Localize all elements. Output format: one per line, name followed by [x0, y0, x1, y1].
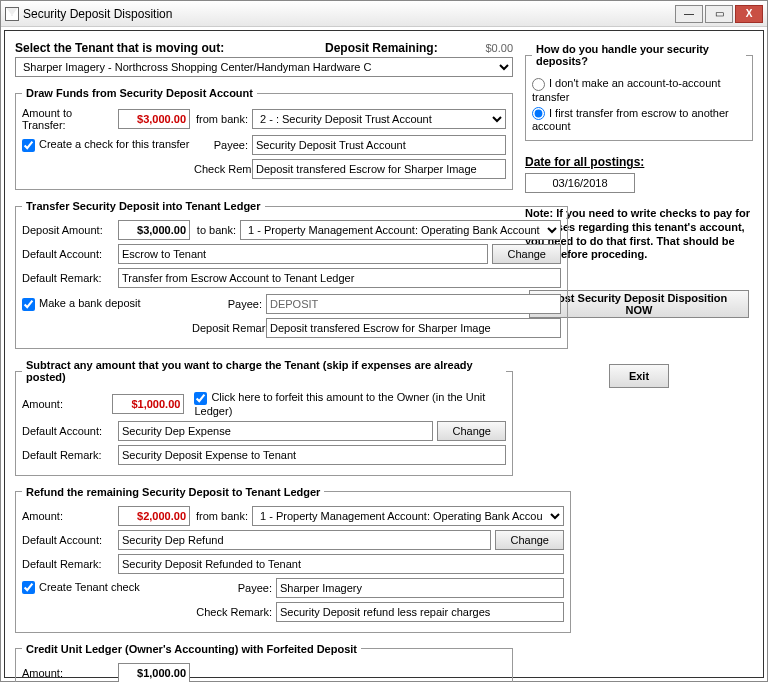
- escrow-transfer-radio[interactable]: [532, 107, 545, 120]
- app-icon: [5, 7, 19, 21]
- subtract-legend: Subtract any amount that you want to cha…: [22, 359, 506, 383]
- exit-button[interactable]: Exit: [609, 364, 669, 388]
- refund-amount-label: Amount:: [22, 510, 114, 522]
- credit-amount-label: Amount:: [22, 667, 114, 679]
- refund-change-button[interactable]: Change: [495, 530, 564, 550]
- payee-label: Payee:: [194, 139, 248, 151]
- check-remark-input[interactable]: [252, 159, 506, 179]
- transfer-payee-input: [266, 294, 561, 314]
- minimize-button[interactable]: —: [675, 5, 703, 23]
- deposit-remaining-label: Deposit Remaining:: [325, 41, 438, 55]
- deposit-amount-label: Deposit Amount:: [22, 224, 114, 236]
- refund-remark-input[interactable]: [118, 554, 564, 574]
- select-tenant-label: Select the Tenant that is moving out:: [15, 41, 325, 55]
- create-check-checkbox-label[interactable]: Create a check for this transfer: [22, 138, 190, 152]
- handle-deposits-group: How do you handle your security deposits…: [525, 43, 753, 141]
- subtract-account-label: Default Account:: [22, 425, 114, 437]
- subtract-change-button[interactable]: Change: [437, 421, 506, 441]
- refund-from-bank-label: from bank:: [194, 510, 248, 522]
- refund-from-bank-select[interactable]: 1 - Property Management Account: Operati…: [252, 506, 564, 526]
- date-postings-input[interactable]: [525, 173, 635, 193]
- refund-account-label: Default Account:: [22, 534, 114, 546]
- no-transfer-radio[interactable]: [532, 78, 545, 91]
- amount-transfer-label: Amount to Transfer:: [22, 107, 114, 131]
- transfer-legend: Transfer Security Deposit into Tenant Le…: [22, 200, 265, 212]
- handle-deposits-legend: How do you handle your security deposits…: [532, 43, 746, 67]
- default-account-label: Default Account:: [22, 248, 114, 260]
- subtract-account-input[interactable]: [118, 421, 433, 441]
- maximize-button[interactable]: ▭: [705, 5, 733, 23]
- default-remark-input[interactable]: [118, 268, 561, 288]
- no-transfer-option[interactable]: I don't make an account-to-account trans…: [532, 77, 720, 103]
- forfeit-checkbox-label[interactable]: Click here to forfeit this amount to the…: [194, 391, 506, 417]
- refund-legend: Refund the remaining Security Deposit to…: [22, 486, 324, 498]
- close-button[interactable]: X: [735, 5, 763, 23]
- from-bank-label: from bank:: [194, 113, 248, 125]
- refund-payee-label: Payee:: [192, 582, 272, 594]
- subtract-group: Subtract any amount that you want to cha…: [15, 359, 513, 476]
- subtract-amount-label: Amount:: [22, 398, 108, 410]
- deposit-amount-input[interactable]: [118, 220, 190, 240]
- deposit-remaining-value: $0.00: [438, 42, 513, 54]
- make-deposit-checkbox-label[interactable]: Make a bank deposit: [22, 297, 188, 311]
- window-title: Security Deposit Disposition: [23, 7, 675, 21]
- tenant-select[interactable]: Sharper Imagery - Northcross Shopping Ce…: [15, 57, 513, 77]
- forfeit-checkbox[interactable]: [194, 392, 207, 405]
- credit-amount-input[interactable]: [118, 663, 190, 682]
- credit-group: Credit Unit Ledger (Owner's Accounting) …: [15, 643, 513, 682]
- make-deposit-checkbox[interactable]: [22, 298, 35, 311]
- transfer-payee-label: Payee:: [192, 298, 262, 310]
- refund-payee-input[interactable]: [276, 578, 564, 598]
- default-remark-label: Default Remark:: [22, 272, 114, 284]
- to-bank-select[interactable]: 1 - Property Management Account: Operati…: [240, 220, 561, 240]
- amount-transfer-input[interactable]: [118, 109, 190, 129]
- create-check-checkbox[interactable]: [22, 139, 35, 152]
- refund-account-input[interactable]: [118, 530, 491, 550]
- titlebar: Security Deposit Disposition — ▭ X: [1, 1, 767, 27]
- left-column: Select the Tenant that is moving out: De…: [15, 41, 513, 682]
- to-bank-label: to bank:: [194, 224, 236, 236]
- refund-amount-input[interactable]: [118, 506, 190, 526]
- credit-legend: Credit Unit Ledger (Owner's Accounting) …: [22, 643, 361, 655]
- draw-funds-group: Draw Funds from Security Deposit Account…: [15, 87, 513, 190]
- payee-input[interactable]: [252, 135, 506, 155]
- transfer-group: Transfer Security Deposit into Tenant Le…: [15, 200, 568, 349]
- check-remark-label: Check Remark:: [194, 163, 248, 175]
- deposit-remark-input[interactable]: [266, 318, 561, 338]
- refund-group: Refund the remaining Security Deposit to…: [15, 486, 571, 633]
- deposit-remark-label: Deposit Remark:: [192, 322, 262, 334]
- draw-funds-legend: Draw Funds from Security Deposit Account: [22, 87, 257, 99]
- content-area: Select the Tenant that is moving out: De…: [4, 30, 764, 678]
- refund-check-remark-input[interactable]: [276, 602, 564, 622]
- escrow-transfer-option[interactable]: I first transfer from escrow to another …: [532, 107, 729, 133]
- create-tenant-check-label[interactable]: Create Tenant check: [22, 581, 188, 595]
- from-bank-select[interactable]: 2 - : Security Deposit Trust Account: [252, 109, 506, 129]
- date-postings-label: Date for all postings:: [525, 155, 753, 169]
- refund-check-remark-label: Check Remark:: [192, 606, 272, 618]
- subtract-remark-input[interactable]: [118, 445, 506, 465]
- app-window: Security Deposit Disposition — ▭ X Selec…: [0, 0, 768, 682]
- refund-remark-label: Default Remark:: [22, 558, 114, 570]
- subtract-amount-input[interactable]: [112, 394, 184, 414]
- change-account-button[interactable]: Change: [492, 244, 561, 264]
- create-tenant-check-checkbox[interactable]: [22, 581, 35, 594]
- window-controls: — ▭ X: [675, 5, 763, 23]
- subtract-remark-label: Default Remark:: [22, 449, 114, 461]
- default-account-input[interactable]: [118, 244, 488, 264]
